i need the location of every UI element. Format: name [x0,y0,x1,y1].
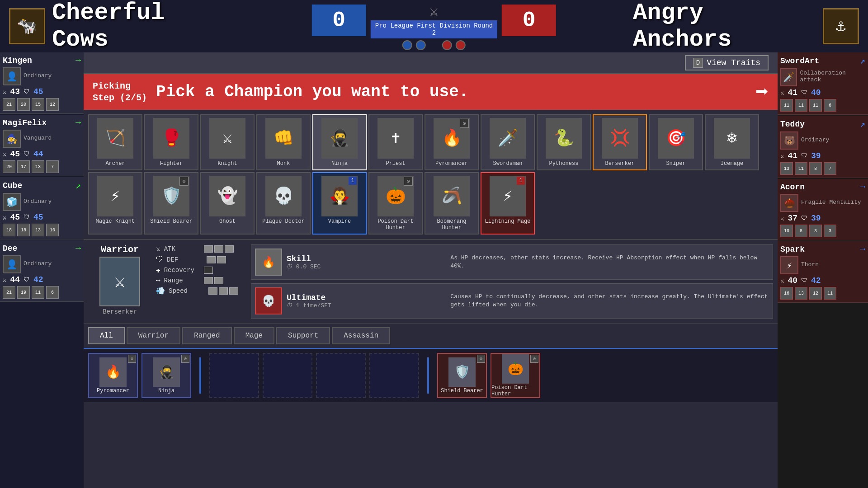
enemy-name: Spark [780,245,805,254]
def-icon: 🛡 [801,277,807,284]
left-panel: Kingen → 👤 Ordinary ⚔ 43 🛡 45 21201512 M… [0,52,84,488]
enemy-stats-row: ⚔ 41 🛡 40 [780,88,865,97]
pick-ban-icon: ⊗ [530,355,538,363]
champion-card-shieldbearer[interactable]: 🛡️ ⊗ Shield Bearer [144,172,198,235]
champion-card-berserker[interactable]: 💢 Berserker [593,114,647,170]
filter-btn-mage[interactable]: Mage [234,327,274,344]
enemy-tag: → [860,244,865,254]
champion-card-icemage[interactable]: ❄️ Icemage [705,114,759,170]
enemy-avatar: 🐻 [780,131,798,150]
champion-card-sniper[interactable]: 🎯 Sniper [649,114,703,170]
header: 🐄 Cheerful Cows 0 ⚔️ Pro League First Di… [0,0,868,52]
pick-img: 🔥 [99,357,127,387]
picking-step: Picking Step (2/5) [93,80,147,104]
ultimate-title: Ultimate [287,293,446,302]
dot-red-2 [456,40,466,50]
champion-card-ghost[interactable]: 👻 Ghost [200,172,255,235]
champ-img-poisondart: 🎃 ⊗ [377,176,414,216]
char-mini: 17 [17,160,30,173]
champion-card-priest[interactable]: ✝️ Priest [368,114,423,170]
champ-name-pyromancer: Pyromancer [435,160,468,167]
stat-atk-row: ⚔ ATK [156,244,246,253]
champ-name-lightningmage: Lightning Mage [485,218,531,225]
champ-img-lightningmage: ⚡ 1 [490,176,526,216]
player-stats-row: ⚔ 43 🛡 45 [3,87,81,96]
champion-card-magicknight[interactable]: ⚡ Magic Knight [88,172,142,235]
filter-btn-support[interactable]: Support [276,327,330,344]
ultimate-row: 💀 Ultimate ⏱ 1 time/SET Causes HP to con… [251,283,773,319]
stat-recovery-bars [204,267,213,274]
atk-val: 44 [10,275,20,284]
enemy-tag: → [860,182,865,192]
char-mini: 13 [795,287,807,300]
enemy-chars: 16131211 [780,287,865,300]
filter-btn-all[interactable]: All [88,327,125,344]
stat-atk-bars [204,245,234,253]
picking-message: Pick a Champion you want to use. [156,83,746,101]
speed-icon: 💨 [156,286,165,296]
filter-btn-warrior[interactable]: Warrior [127,327,180,344]
enemy-tag: ↗ [860,55,865,66]
champion-card-plaguedoctor[interactable]: 💀 Plague Doctor [256,172,311,235]
enemy-stats-row: ⚔ 37 🛡 39 [780,214,865,223]
champion-card-archer[interactable]: 🏹 Archer [88,114,142,170]
score-dots [402,40,466,50]
char-mini: 11 [795,162,807,175]
char-mini: 7 [824,162,836,175]
enemy-chars: 1111116 [780,99,865,112]
range-bar-1 [204,277,213,284]
champion-card-knight[interactable]: ⚔️ Knight [200,114,255,170]
enemy-tag: ↗ [860,118,865,130]
player-avatar: 🧙 [3,130,21,148]
pick-name: Ninja [158,388,175,394]
pick-img: 🎃 [502,354,529,384]
enemy-trait: Fragile Mentality [801,199,861,206]
champ-name-boomerang: Boomerang Hunter [428,218,475,231]
champion-card-ninja[interactable]: 🥷 Ninja [312,114,367,170]
filter-btn-ranged[interactable]: Ranged [182,327,232,344]
champ-img-plaguedoctor: 💀 [265,176,302,216]
champion-card-swordsman[interactable]: 🗡️ Swordsman [481,114,535,170]
view-traits-label: View Traits [707,58,760,67]
champ-img-monk: 👊 [265,118,302,159]
detail-left: Warrior ⚔️ Berserker [88,244,151,319]
atk-icon: ⚔ [3,214,6,221]
champ-img-ghost: 👻 [209,176,245,216]
champion-card-monk[interactable]: 👊 Monk [256,114,311,170]
champ-img-fighter: 🥊 [153,118,189,159]
champion-card-poisondart[interactable]: 🎃 ⊗ Poison Dart Hunter [368,172,423,235]
spd-bar-1 [208,287,217,295]
ban-x-icon: ⊗ [460,119,469,128]
pick-ban-icon: ⊗ [181,355,189,363]
champ-name-vampire: Vampire [328,218,351,225]
view-traits-button[interactable]: D View Traits [685,55,769,70]
champion-card-pythoness[interactable]: 🐍 Pythoness [537,114,591,170]
stat-range-row: ↔ Range [156,277,246,285]
champ-name-ghost: Ghost [219,218,236,225]
stat-range-label: Range [164,277,200,284]
char-mini: 10 [46,224,59,236]
champ-name-magicknight: Magic Knight [96,218,135,225]
champion-card-vampire[interactable]: 🧛 1 Vampire [312,172,367,235]
champion-card-boomerang[interactable]: 🪃 Boomerang Hunter [425,172,479,235]
pick-slot-shield-bearer: 🛡️ Shield Bearer ⊗ [437,353,487,398]
champion-card-fighter[interactable]: 🥊 Fighter [144,114,198,170]
enemy-trait: Thorn [801,261,819,268]
def-icon: 🛡 [156,255,163,264]
champion-card-lightningmage[interactable]: ⚡ 1 Lightning Mage [481,172,535,235]
enemy-avatar: 🗡️ [780,68,797,86]
pick-ban-icon: ⊗ [477,355,485,363]
pick-name: Pyromancer [97,388,129,394]
player-role: Ordinary [24,72,52,79]
score-row: 0 ⚔️ Pro League First Division Round 2 0 [312,2,556,38]
stat-def-bars [207,256,226,263]
filter-btn-assassin[interactable]: Assassin [332,327,390,344]
enemy-chars: 131187 [780,162,865,175]
char-mini: 8 [795,225,807,237]
champion-card-pyromancer[interactable]: 🔥 ⊗ Pyromancer [425,114,479,170]
range-icon: ↔ [156,277,160,285]
atk-val: 45 [10,150,20,159]
def-icon: 🛡 [24,150,30,158]
def-val: 42 [33,275,43,284]
pick-img: 🛡️ [448,357,476,387]
